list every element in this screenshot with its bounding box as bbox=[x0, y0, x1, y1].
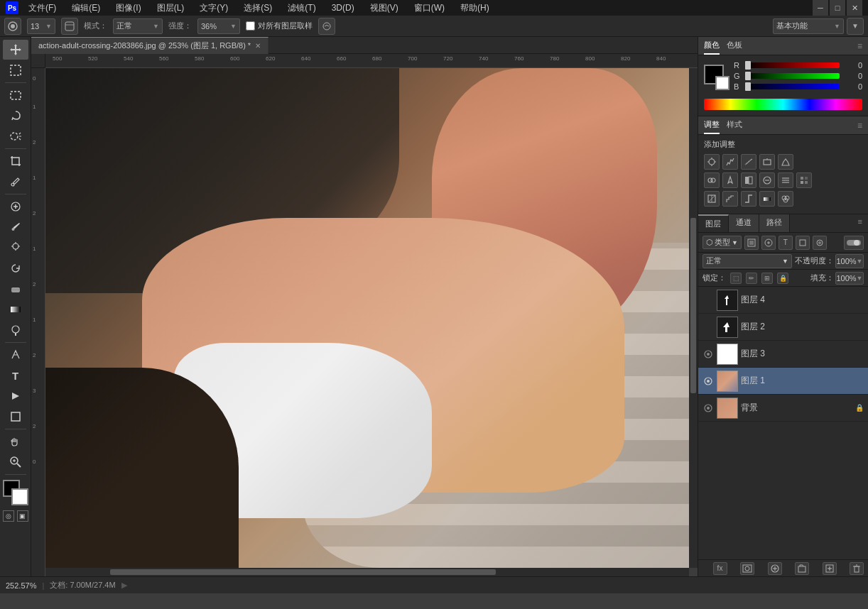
delete-layer-btn[interactable] bbox=[850, 562, 864, 575]
tool-quick-select[interactable] bbox=[3, 126, 28, 146]
adj-photo-filter[interactable] bbox=[759, 172, 775, 188]
canvas-scrollbar-h[interactable] bbox=[45, 568, 689, 576]
layer-item-bg[interactable]: 背景 🔒 bbox=[698, 395, 868, 422]
menu-3d[interactable]: 3D(D) bbox=[326, 1, 360, 14]
tab-channels[interactable]: 通道 bbox=[729, 214, 759, 232]
color-panel-options[interactable]: ≡ bbox=[857, 41, 862, 51]
adj-threshold[interactable] bbox=[741, 191, 756, 207]
adj-channel-mixer[interactable] bbox=[778, 172, 793, 188]
menu-select[interactable]: 选择(S) bbox=[238, 1, 278, 16]
strength-select[interactable]: 36% ▼ bbox=[197, 18, 240, 34]
tool-clone[interactable] bbox=[3, 238, 28, 258]
channel-g-slider[interactable] bbox=[745, 73, 840, 79]
new-layer-btn[interactable] bbox=[823, 562, 837, 575]
tool-path-select[interactable] bbox=[3, 386, 28, 406]
adjustments-panel-options[interactable]: ≡ bbox=[857, 121, 862, 131]
workspace-options-btn[interactable]: ▼ bbox=[847, 18, 864, 35]
tab-styles[interactable]: 样式 bbox=[727, 116, 742, 134]
channel-b-thumb[interactable] bbox=[745, 82, 751, 91]
adj-exposure[interactable] bbox=[759, 154, 775, 170]
lock-artboards-btn[interactable]: ⊞ bbox=[761, 273, 773, 284]
tool-marquee-rect[interactable] bbox=[3, 85, 28, 105]
document-tab[interactable]: action-adult-crossing-2083866.jpg @ 253%… bbox=[31, 37, 268, 54]
adj-vibrance[interactable] bbox=[778, 154, 793, 170]
menu-view[interactable]: 视图(V) bbox=[364, 1, 404, 16]
tool-move[interactable] bbox=[3, 40, 28, 60]
channel-r-thumb[interactable] bbox=[745, 61, 751, 70]
tab-adjustments[interactable]: 调整 bbox=[704, 116, 720, 134]
opacity-value[interactable]: 100% ▼ bbox=[835, 254, 864, 268]
tool-hand[interactable] bbox=[3, 432, 28, 451]
layer-filter-pixel[interactable] bbox=[744, 236, 759, 250]
bg-swatch[interactable] bbox=[715, 76, 729, 90]
adj-curves[interactable] bbox=[741, 154, 756, 170]
layer-3-visibility[interactable] bbox=[702, 349, 714, 360]
layer-item-4[interactable]: 图层 4 bbox=[698, 287, 868, 314]
tab-layers[interactable]: 图层 bbox=[698, 214, 729, 232]
adj-gradient-map[interactable] bbox=[759, 191, 775, 207]
layer-1-visibility[interactable] bbox=[702, 375, 714, 387]
minimize-button[interactable]: ─ bbox=[813, 0, 828, 16]
color-swatches[interactable] bbox=[3, 480, 28, 505]
brush-tool-options-icon[interactable] bbox=[4, 18, 21, 35]
tab-swatches[interactable]: 色板 bbox=[727, 37, 742, 55]
menu-image[interactable]: 图像(I) bbox=[110, 1, 146, 16]
lock-pixels-btn[interactable]: ⬚ bbox=[730, 273, 742, 284]
tab-color[interactable]: 颜色 bbox=[704, 37, 720, 55]
add-fx-btn[interactable]: fx bbox=[713, 562, 727, 575]
add-adjustment-btn[interactable] bbox=[768, 562, 782, 575]
canvas-content[interactable] bbox=[45, 68, 689, 568]
layer-filter-adjustment[interactable] bbox=[761, 236, 776, 250]
layer-item-3[interactable]: 图层 3 bbox=[698, 341, 868, 368]
scrollbar-v-thumb[interactable] bbox=[690, 218, 696, 393]
smudge-options-btn[interactable] bbox=[318, 18, 335, 35]
tool-eraser[interactable] bbox=[3, 279, 28, 299]
layer-4-visibility[interactable] bbox=[702, 295, 714, 306]
tool-brush[interactable] bbox=[3, 217, 28, 237]
brush-options-btn[interactable] bbox=[61, 18, 78, 35]
close-button[interactable]: ✕ bbox=[847, 0, 862, 16]
sample-all-layers-option[interactable]: 对所有图层取样 bbox=[246, 21, 313, 31]
tool-shape[interactable] bbox=[3, 407, 28, 427]
lock-position-btn[interactable]: ✏ bbox=[746, 273, 757, 284]
layer-filter-shape[interactable] bbox=[796, 236, 810, 250]
screen-mode-btn[interactable]: ▣ bbox=[17, 510, 28, 522]
adj-invert[interactable] bbox=[704, 191, 720, 207]
color-swatch-pair[interactable] bbox=[704, 65, 729, 90]
tool-dodge[interactable] bbox=[3, 320, 28, 340]
tool-heal[interactable] bbox=[3, 197, 28, 216]
tool-zoom[interactable] bbox=[3, 452, 28, 472]
workspace-select[interactable]: 基本功能 ▼ bbox=[773, 18, 844, 34]
fill-value[interactable]: 100% ▼ bbox=[835, 272, 864, 285]
menu-text[interactable]: 文字(Y) bbox=[194, 1, 234, 16]
adj-hue[interactable] bbox=[704, 172, 720, 188]
layer-filter-toggle[interactable] bbox=[844, 236, 864, 250]
tool-text[interactable]: T bbox=[3, 366, 28, 385]
layer-bg-visibility[interactable] bbox=[702, 402, 714, 414]
layer-2-visibility[interactable] bbox=[702, 322, 714, 333]
layer-item-1[interactable]: 图层 1 bbox=[698, 368, 868, 395]
tab-paths[interactable]: 路径 bbox=[759, 214, 790, 232]
mode-select[interactable]: 正常 ▼ bbox=[113, 18, 163, 34]
adj-color-lookup[interactable] bbox=[796, 172, 812, 188]
adj-levels[interactable] bbox=[722, 154, 738, 170]
menu-layer[interactable]: 图层(L) bbox=[151, 1, 190, 16]
channel-b-slider[interactable] bbox=[745, 84, 840, 89]
scrollbar-h-thumb[interactable] bbox=[110, 569, 497, 575]
layer-filter-text[interactable]: T bbox=[779, 236, 793, 250]
tool-history[interactable] bbox=[3, 258, 28, 278]
adj-color-balance[interactable] bbox=[722, 172, 738, 188]
menu-file[interactable]: 文件(F) bbox=[23, 1, 62, 16]
canvas-scrollbar-v[interactable] bbox=[689, 68, 698, 568]
color-spectrum[interactable] bbox=[704, 99, 862, 110]
layers-panel-options-btn[interactable]: ≡ bbox=[852, 214, 868, 232]
add-mask-btn[interactable] bbox=[740, 562, 754, 575]
tool-gradient[interactable] bbox=[3, 300, 28, 319]
adj-brightness[interactable] bbox=[704, 154, 720, 170]
tool-pen[interactable] bbox=[3, 345, 28, 365]
menu-filter[interactable]: 滤镜(T) bbox=[282, 1, 321, 16]
channel-g-thumb[interactable] bbox=[745, 72, 751, 80]
menu-help[interactable]: 帮助(H) bbox=[455, 1, 495, 16]
layer-group-btn[interactable] bbox=[795, 562, 809, 575]
tool-crop[interactable] bbox=[3, 151, 28, 171]
